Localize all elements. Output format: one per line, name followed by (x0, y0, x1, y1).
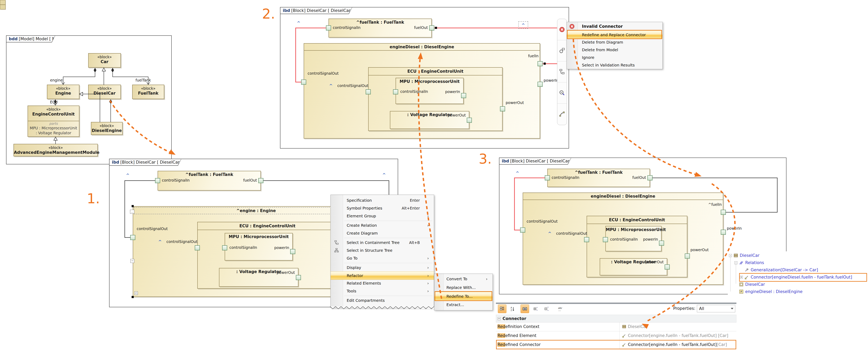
bdd-block-fueltank[interactable]: «block»FuelTank (132, 85, 164, 99)
context-menu-item-related-elements[interactable]: Related Elements› (331, 279, 434, 287)
context-menu-item-select-in-containment-tree[interactable]: Select in Containment TreeAlt+B (331, 239, 434, 247)
redefine-replace-highlight-box (567, 30, 662, 39)
menu-item-label: Edit Compartments (347, 298, 385, 303)
ibd3-port-vr-powerout[interactable] (664, 264, 670, 269)
validation-toolbar-error-icon[interactable] (557, 19, 567, 40)
diagram-shortcut-icon[interactable] (0, 5, 5, 9)
context-menu-item-create-relation[interactable]: Create Relation› (331, 221, 434, 229)
ibd2-port-engine-powerin[interactable] (537, 82, 542, 87)
context-menu-item-element-group[interactable]: Element Group› (331, 212, 434, 220)
context-menu-item-tools[interactable]: Tools› (331, 287, 434, 295)
submenu-item-convert-to[interactable]: Convert To› (434, 275, 493, 283)
tree-item-dieselcar[interactable]: DieselCar (735, 281, 765, 288)
ibd2-port-controlsignalout[interactable] (301, 79, 306, 85)
bdd-block-dieselengine[interactable]: «block»DieselEngine (91, 122, 123, 135)
ibd1-dots-badge[interactable]: … (130, 210, 134, 214)
validation-toolbar-zoom-out-icon[interactable] (557, 82, 567, 104)
validation-toolbar-search-note-icon[interactable] (557, 40, 567, 61)
panel-splitter[interactable] (496, 302, 736, 304)
ibd3-port-controlsignalout[interactable] (520, 227, 525, 233)
ibd2-port-engine-fuelin[interactable] (537, 61, 542, 66)
ibd2-header-text: [Block] DieselCar [ DieselCar ] (291, 8, 353, 13)
context-menu-item-select-in-structure-tree[interactable]: Select in Structure Tree (331, 247, 434, 254)
properties-toolbar-sort-alpha-icon[interactable]: AZ (508, 304, 517, 313)
ibd2-engine-title-band: engineDiesel : DieselEngine (304, 43, 540, 51)
section-collapse-icon[interactable]: − (498, 317, 501, 320)
context-menu-item-create-diagram[interactable]: Create Diagram (331, 229, 434, 237)
properties-row-efined-element[interactable]: Redefined ElementConnector[engine.fuelIn… (496, 331, 736, 340)
ibd1-selection-handle-2[interactable] (132, 296, 134, 298)
ibd1-corner-badge[interactable]: ◰ (134, 291, 138, 295)
submenu-item-extract-[interactable]: Extract... (434, 300, 493, 309)
ibd2-connector-handle-0[interactable] (435, 27, 437, 29)
properties-toolbar-description-icon[interactable] (521, 304, 529, 313)
validation-item-select-in-validation-results[interactable]: Select in Validation Results (567, 61, 662, 69)
bdd-block-engine[interactable]: «block»Engine (47, 85, 80, 99)
ibd1-port-fuelout[interactable] (258, 178, 264, 183)
context-menu-item-refactor[interactable]: Refactor› (331, 271, 434, 280)
ibd3-header-text: [Block] DieselCar [ DieselCar ] (510, 159, 572, 163)
ibd1-label-controlsignalout-2: controlSignalOut (166, 239, 197, 244)
ibd3-port-controlsignalin[interactable] (545, 175, 550, 181)
ibd1-port-controlsignalin[interactable] (155, 178, 160, 183)
bdd-block-dieselcar[interactable]: «block»DieselCar (88, 85, 121, 99)
context-menu-item-symbol-properties[interactable]: Symbol PropertiesAlt+Enter (331, 204, 434, 212)
ibd2-port-ecu-left[interactable] (366, 89, 371, 94)
property-value-cell[interactable]: Connector[engine.fuelIn - fuelTank.fuelO… (620, 333, 728, 338)
bdd-block-enginecontrolunit[interactable]: «block»EngineControlUnitpartsMPU : Micro… (28, 105, 80, 137)
tree-item-dieselcar[interactable]: -DieselCar (729, 252, 760, 259)
property-value-cell[interactable]: DieselCar (620, 324, 648, 329)
validation-toolbar-path-icon[interactable] (557, 103, 567, 125)
tree-item-relations[interactable]: -Relations (735, 259, 764, 266)
ibd1-port-controlsignalout[interactable] (130, 235, 135, 240)
ibd3-caret-topleft: ^ (516, 171, 519, 175)
ibd1-ecu-title: ECU : EngineControlUnit (239, 224, 296, 228)
ibd3-port-fuelout[interactable] (647, 175, 652, 181)
error-icon (569, 24, 575, 29)
properties-toolbar-categorized-view-icon[interactable] (498, 304, 506, 313)
ibd1-port-ecu-left[interactable] (195, 245, 200, 250)
ibd2-port-vr-powerout[interactable] (467, 118, 472, 123)
ibd3-port-engine-fuelin[interactable] (721, 210, 726, 215)
validation-item-ignore[interactable]: Ignore (567, 54, 662, 61)
tree-item-generalization[interactable]: Generalization[DieselCar -> Car] (740, 267, 818, 273)
bdd-block-car[interactable]: «block»Car (88, 53, 121, 68)
ibd3-port-mpu-powerin[interactable] (659, 240, 664, 246)
ibd2-port-ecu-powerout[interactable] (500, 106, 505, 111)
ibd1-port-mpu-powerin[interactable] (290, 249, 295, 254)
properties-section-row[interactable]: −Connector (496, 315, 736, 322)
tree-item-enginediesel : dieselengine[interactable]: PengineDiesel : DieselEngine (735, 288, 803, 295)
ibd1-selection-handle-0[interactable] (132, 205, 134, 207)
properties-toolbar-collapse-all-icon[interactable] (542, 304, 551, 313)
ibd3-port-ecu-powerout[interactable] (685, 254, 690, 259)
ibd1-port-vr-powerout[interactable] (296, 275, 301, 280)
submenu-item-label: Extract... (446, 302, 464, 307)
ibd2-connector-handle-3[interactable] (544, 63, 546, 65)
validation-toolbar-containment-tree-icon[interactable] (557, 61, 567, 83)
context-menu-item-display[interactable]: Display› (331, 264, 434, 271)
ibd1-collapse-badge[interactable]: − (130, 259, 134, 263)
validation-item-delete-from-model[interactable]: Delete from Model (567, 46, 662, 54)
ibd3-port-mpu-controlsignalin[interactable] (603, 237, 608, 242)
submenu-item-replace-with-[interactable]: Replace With... (434, 283, 493, 292)
properties-filter-combo[interactable]: All (697, 305, 735, 312)
ibd2-port-controlsignalin[interactable] (326, 25, 331, 31)
menu-item-shortcut: Alt+B (409, 240, 420, 245)
properties-row-efinition-context[interactable]: Redefinition ContextDieselCar (496, 322, 736, 331)
ibd3-port-engine-powerin[interactable] (721, 230, 726, 235)
context-menu-item-specification[interactable]: SpecificationEnter (331, 196, 434, 204)
validation-item-delete-from-diagram[interactable]: Delete from Diagram (567, 38, 662, 46)
context-menu-item-edit-compartments[interactable]: Edit Compartments (331, 296, 434, 304)
context-menu-item-go-to[interactable]: Go To› (331, 254, 434, 262)
ibd1-port-mpu-controlsignalin[interactable] (222, 245, 227, 250)
properties-toolbar-expand-all-icon[interactable] (531, 304, 540, 313)
ibd3-port-ecu-left[interactable] (584, 237, 589, 242)
validation-item-label: Ignore (582, 55, 594, 60)
diagram-shortcut-icon[interactable] (0, 0, 5, 5)
bdd-diagram-tab: bdd [Model] Model [ Model ] (6, 35, 55, 42)
ibd2-port-fuelout[interactable] (429, 25, 434, 31)
bdd-block-aemm[interactable]: «block»AdvancedEngineManagementModule (13, 144, 98, 156)
ibd2-port-mpu-powerin[interactable] (461, 93, 466, 98)
ibd2-port-mpu-controlsignalin[interactable] (393, 89, 398, 94)
properties-toolbar-abc-icon[interactable]: abc... (556, 304, 564, 313)
